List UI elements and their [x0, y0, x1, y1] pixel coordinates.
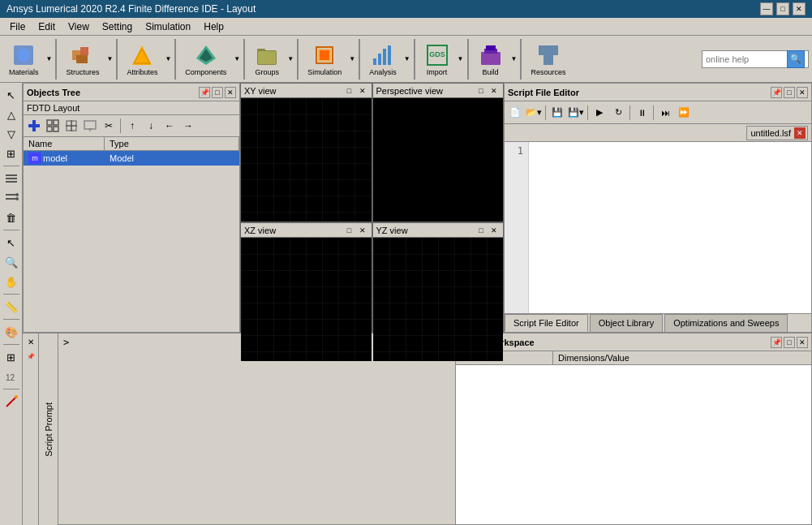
groups-toolbar-group[interactable]: Groups ▼: [248, 40, 294, 79]
obj-add-button[interactable]: [25, 117, 43, 135]
select-icon[interactable]: ↖: [2, 86, 20, 104]
workspace-maximize-button[interactable]: □: [784, 337, 795, 348]
script-editor-content[interactable]: [529, 142, 811, 313]
analysis-dropdown-arrow[interactable]: ▼: [404, 55, 410, 62]
attributes-toolbar-group[interactable]: Attributes ▼: [121, 40, 171, 79]
menu-help[interactable]: Help: [197, 19, 230, 34]
build-dropdown-arrow[interactable]: ▼: [511, 55, 518, 62]
grid-view-icon[interactable]: ⊞: [2, 348, 20, 366]
zoom-icon[interactable]: 🔍: [2, 253, 20, 271]
tab-object-library[interactable]: Object Library: [590, 314, 663, 332]
components-dropdown-arrow[interactable]: ▼: [234, 55, 240, 62]
import-toolbar-group[interactable]: GDS Import ▼: [419, 40, 464, 79]
script-save-button[interactable]: 💾: [548, 104, 566, 122]
workspace-pin-button[interactable]: 📌: [771, 337, 782, 348]
obj-right-button[interactable]: →: [179, 117, 197, 135]
left-sep-5: [3, 344, 19, 345]
objects-maximize-button[interactable]: □: [212, 87, 223, 98]
polygon-icon[interactable]: △: [2, 105, 20, 123]
script-filename-close-button[interactable]: ✕: [794, 127, 806, 139]
script-editor-close-button[interactable]: ✕: [797, 87, 808, 98]
search-button[interactable]: 🔍: [787, 50, 805, 68]
objects-close-button[interactable]: ✕: [225, 87, 236, 98]
svg-rect-53: [241, 238, 372, 361]
paint-icon[interactable]: 🎨: [2, 323, 20, 341]
perspective-maximize-button[interactable]: □: [475, 85, 487, 97]
structures-toolbar-group[interactable]: Structures ▼: [60, 40, 113, 79]
obj-down-button[interactable]: ↓: [142, 117, 160, 135]
numbers-icon[interactable]: 12: [2, 368, 20, 385]
simulation-toolbar-group[interactable]: Simulation ▼: [302, 40, 355, 79]
analysis-toolbar-group[interactable]: Analysis ▼: [363, 40, 410, 79]
triangle-icon[interactable]: ▽: [2, 125, 20, 143]
minimize-button[interactable]: —: [760, 2, 773, 15]
script-editor-pin-button[interactable]: 📌: [771, 87, 782, 98]
groups-dropdown-arrow[interactable]: ▼: [287, 55, 294, 62]
resources-toolbar-group[interactable]: Resources: [525, 40, 571, 79]
objects-pin-button[interactable]: 📌: [199, 87, 210, 98]
obj-scissors-button[interactable]: ✂: [100, 117, 118, 135]
script-run-button[interactable]: ▶: [591, 104, 608, 122]
simulation-dropdown-arrow[interactable]: ▼: [349, 55, 355, 62]
arrow-icon[interactable]: ↖: [2, 234, 20, 252]
line-number-1: 1: [509, 145, 523, 157]
menu-edit[interactable]: Edit: [32, 19, 62, 34]
menu-simulation[interactable]: Simulation: [139, 19, 197, 34]
yz-close-button[interactable]: ✕: [488, 225, 500, 236]
measure-icon[interactable]: 📏: [2, 298, 20, 316]
attributes-dropdown-arrow[interactable]: ▼: [165, 55, 171, 62]
wand-icon[interactable]: [2, 393, 20, 411]
materials-dropdown-arrow[interactable]: ▼: [46, 55, 53, 62]
script-save-dropdown[interactable]: 💾▾: [567, 104, 585, 122]
hand-icon[interactable]: ✋: [2, 273, 20, 290]
perspective-close-button[interactable]: ✕: [488, 85, 500, 97]
script-new-button[interactable]: 📄: [506, 104, 524, 122]
obj-grid-button[interactable]: [44, 117, 62, 135]
close-button[interactable]: ✕: [793, 2, 806, 15]
obj-left-button[interactable]: ←: [161, 117, 178, 135]
objects-row-model[interactable]: m model Model: [24, 151, 239, 166]
menu-view[interactable]: View: [62, 19, 96, 34]
workspace-close-button[interactable]: ✕: [797, 337, 808, 348]
left-sep-3: [3, 294, 19, 295]
xy-close-button[interactable]: ✕: [357, 85, 368, 97]
script-editor-maximize-button[interactable]: □: [784, 87, 795, 98]
search-input[interactable]: [706, 54, 787, 64]
materials-label: Materials: [9, 68, 39, 76]
dot-layers-icon[interactable]: [2, 189, 20, 207]
menu-file[interactable]: File: [3, 19, 32, 34]
tab-script-file-editor[interactable]: Script File Editor: [505, 314, 588, 332]
xz-close-button[interactable]: ✕: [357, 225, 368, 236]
yz-maximize-button[interactable]: □: [475, 225, 487, 236]
components-toolbar-group[interactable]: Components ▼: [179, 40, 240, 79]
xy-maximize-button[interactable]: □: [344, 85, 355, 97]
menu-setting[interactable]: Setting: [96, 19, 139, 34]
grid-small-icon[interactable]: ⊞: [2, 144, 20, 162]
materials-toolbar-group[interactable]: Materials ▼: [3, 40, 52, 79]
script-filename-tag: untitled.lsf ✕: [746, 126, 808, 140]
script-refresh-button[interactable]: ↻: [609, 104, 627, 122]
tab-optimizations-sweeps[interactable]: Optimizations and Sweeps: [664, 314, 788, 332]
obj-up-button[interactable]: ↑: [123, 117, 141, 135]
script-tool-sep-1: [545, 105, 546, 120]
svg-line-35: [6, 397, 16, 407]
layers-icon[interactable]: [2, 170, 20, 187]
objects-type-header: Type: [105, 137, 239, 150]
structures-dropdown-arrow[interactable]: ▼: [106, 55, 113, 62]
script-step-next-button[interactable]: ⏩: [675, 104, 693, 122]
script-step-button[interactable]: ⏭: [656, 104, 674, 122]
obj-monitor-button[interactable]: [81, 117, 99, 135]
obj-mesh-button[interactable]: [62, 117, 80, 135]
yz-viewport-label: YZ view: [376, 226, 408, 235]
maximize-button[interactable]: □: [776, 2, 789, 15]
svg-rect-27: [6, 174, 17, 176]
script-breakpoint-button[interactable]: ⏸: [633, 104, 651, 122]
left-sep-4: [3, 319, 19, 320]
delete-icon[interactable]: 🗑: [2, 209, 20, 226]
import-dropdown-arrow[interactable]: ▼: [458, 55, 464, 62]
script-open-dropdown[interactable]: 📂▾: [525, 104, 543, 122]
build-toolbar-group[interactable]: Build ▼: [472, 40, 518, 79]
script-x-button[interactable]: ✕: [24, 335, 37, 348]
script-pin-button[interactable]: 📌: [24, 350, 37, 363]
xz-maximize-button[interactable]: □: [344, 225, 355, 236]
